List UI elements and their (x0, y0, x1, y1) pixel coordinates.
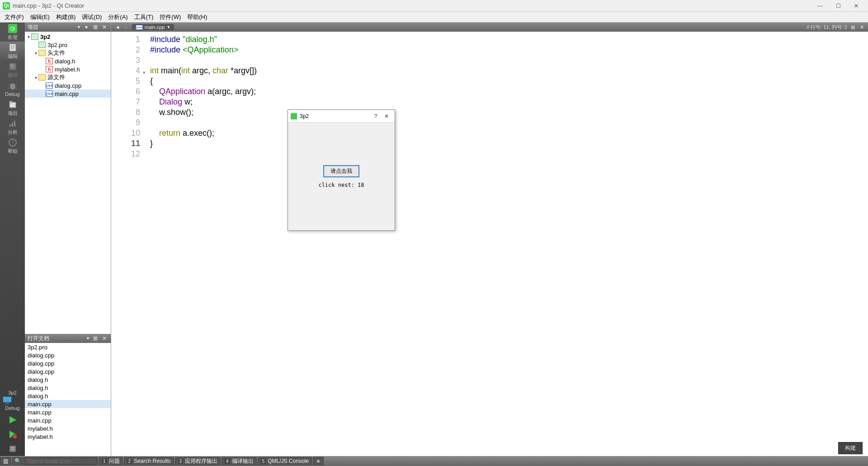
tree-row[interactable]: ▾头文件 (25, 49, 111, 57)
open-doc-item[interactable]: mylabel.h (25, 433, 111, 441)
click-me-button[interactable]: 请点击我 (323, 165, 359, 177)
proj-icon (8, 100, 18, 109)
tree-row[interactable]: c++dialog.cpp (25, 81, 111, 90)
run-button[interactable] (0, 413, 25, 427)
menu-item[interactable]: 构建(B) (53, 12, 78, 22)
kit-selector[interactable]: 3p2 Debug (0, 388, 25, 413)
tree-row[interactable]: 3p2.pro (25, 41, 111, 49)
open-doc-item[interactable]: main.cpp (25, 416, 111, 424)
chevron-down-icon[interactable]: ▼ (86, 336, 90, 341)
split-icon[interactable]: ⊞ (92, 24, 99, 31)
folder-icon (38, 74, 46, 81)
open-doc-item[interactable]: mylabel.h (25, 424, 111, 433)
tree-row[interactable]: hdialog.h (25, 57, 111, 65)
tree-row[interactable]: ▾源文件 (25, 73, 111, 81)
kit-config-label: Debug (1, 405, 24, 411)
nav-back-button[interactable]: ◄ (114, 24, 121, 30)
output-dropdown-button[interactable]: ≑ (313, 457, 324, 465)
window-titlebar: Qt main.cpp - 3p2 - Qt Creator — ☐ ✕ (0, 0, 868, 12)
open-docs-list[interactable]: 3p2.prodialog.cppdialog.cppdialog.cppdia… (25, 343, 111, 456)
editor-area: ◄ ► c++ main.cpp ▼ # 行号: 11, 列号: 2 ⊞ ✕ 1… (111, 23, 868, 456)
mode-帮助[interactable]: ?帮助 (0, 137, 25, 156)
running-app-help-button[interactable]: ? (370, 113, 381, 119)
menu-item[interactable]: 帮助(H) (184, 12, 210, 22)
tree-label: 头文件 (47, 49, 65, 57)
build-progress-badge[interactable]: 构建 (838, 442, 863, 454)
close-editor-icon[interactable]: ✕ (858, 24, 865, 30)
panel-close-icon[interactable]: ✕ (101, 335, 108, 342)
h-icon: h (46, 66, 53, 72)
output-pane-5[interactable]: 5QML/JS Console (258, 457, 312, 465)
mode-label: 欢迎 (8, 34, 18, 41)
build-button[interactable] (0, 442, 25, 456)
running-app-body: 请点击我 click nest: 18 (288, 123, 395, 230)
svg-rect-18 (9, 446, 16, 452)
cursor-position: # 行号: 11, 列号: 2 (807, 24, 847, 31)
menu-item[interactable]: 文件(F) (2, 12, 27, 22)
monitor-icon (1, 395, 14, 405)
menu-item[interactable]: 编辑(E) (28, 12, 52, 22)
chevron-down-icon[interactable]: ▼ (77, 25, 81, 29)
split-editor-icon[interactable]: ⊞ (849, 24, 856, 30)
split-icon[interactable]: ⊞ (92, 335, 99, 342)
mode-Debug[interactable]: Debug (0, 80, 25, 99)
menu-item[interactable]: 调试(D) (79, 12, 104, 22)
tree-label: mylabel.h (55, 66, 80, 73)
mode-label: 编辑 (8, 53, 18, 60)
tree-row[interactable]: c++main.cpp (25, 90, 111, 98)
open-doc-item[interactable]: dialog.cpp (25, 359, 111, 367)
locator[interactable]: 🔍 (12, 457, 98, 465)
project-tree[interactable]: ▾3p23p2.pro▾头文件hdialog.hhmylabel.h▾源文件c+… (25, 32, 111, 334)
output-pane-2[interactable]: 2Search Results (124, 457, 174, 465)
filter-icon[interactable]: ▾ (83, 24, 90, 31)
fold-icon[interactable]: ▾ (143, 67, 146, 78)
locator-input[interactable] (25, 457, 97, 465)
svg-rect-8 (9, 124, 11, 127)
folder-icon (38, 50, 46, 56)
nav-fwd-button[interactable]: ► (123, 24, 130, 30)
open-doc-item[interactable]: dialog.cpp (25, 367, 111, 376)
minimize-button[interactable]: — (811, 0, 829, 11)
side-panel: 项目 ▼ ▾ ⊞ ✕ ▾3p23p2.pro▾头文件hdialog.hhmyla… (25, 23, 111, 456)
maximize-button[interactable]: ☐ (829, 0, 847, 11)
open-doc-item[interactable]: 3p2.pro (25, 343, 111, 351)
mode-分析[interactable]: 分析 (0, 118, 25, 137)
output-pane-1[interactable]: 1问题 (99, 457, 123, 465)
tree-label: 3p2 (40, 33, 50, 40)
project-panel-header: 项目 ▼ ▾ ⊞ ✕ (25, 23, 111, 32)
file-tab[interactable]: c++ main.cpp ▼ (132, 24, 174, 30)
cpp-icon: c++ (136, 25, 143, 30)
mode-label: 设计 (8, 72, 18, 79)
code-editor[interactable]: 1234▾56789101112 #include "dialog.h"#inc… (111, 32, 868, 456)
output-pane-4[interactable]: 4编译输出 (222, 457, 257, 465)
output-pane-3[interactable]: 3应用程序输出 (175, 457, 221, 465)
mode-编辑[interactable]: 编辑 (0, 42, 25, 61)
running-app-close-button[interactable]: ✕ (381, 113, 392, 119)
mode-bar: Qt欢迎编辑设计Debug项目分析?帮助 3p2 Debug (0, 23, 25, 456)
mode-欢迎[interactable]: Qt欢迎 (0, 23, 25, 42)
code-content[interactable]: #include "dialog.h"#include <QApplicatio… (144, 32, 257, 456)
chevron-down-icon[interactable]: ▼ (166, 25, 170, 29)
panel-close-icon[interactable]: ✕ (101, 24, 108, 31)
open-doc-item[interactable]: dialog.cpp (25, 351, 111, 359)
debug-run-button[interactable] (0, 427, 25, 442)
tree-row[interactable]: ▾3p2 (25, 33, 111, 41)
running-app-title: 3p2 (300, 113, 370, 119)
open-doc-item[interactable]: main.cpp (25, 408, 111, 416)
running-app-titlebar[interactable]: 3p2 ? ✕ (288, 110, 395, 123)
toggle-sidebar-button[interactable]: ▥ (0, 457, 11, 465)
menu-item[interactable]: 控件(W) (157, 12, 184, 22)
editor-toolbar: ◄ ► c++ main.cpp ▼ # 行号: 11, 列号: 2 ⊞ ✕ (111, 23, 868, 32)
mode-项目[interactable]: 项目 (0, 99, 25, 118)
menu-item[interactable]: 分析(A) (105, 12, 130, 22)
menu-item[interactable]: 工具(T) (132, 12, 156, 22)
open-doc-item[interactable]: main.cpp (25, 400, 111, 408)
tree-row[interactable]: hmylabel.h (25, 65, 111, 73)
open-doc-item[interactable]: dialog.h (25, 376, 111, 384)
close-button[interactable]: ✕ (847, 0, 865, 11)
mode-设计[interactable]: 设计 (0, 61, 25, 80)
open-doc-item[interactable]: dialog.h (25, 392, 111, 400)
help-icon: ? (8, 138, 18, 147)
h-icon: h (46, 58, 53, 64)
open-doc-item[interactable]: dialog.h (25, 384, 111, 392)
